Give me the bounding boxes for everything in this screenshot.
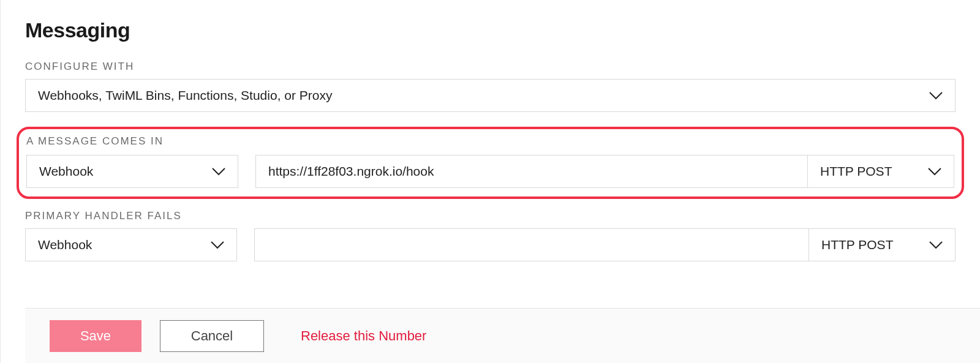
configure-with-value: Webhooks, TwiML Bins, Functions, Studio,… (38, 88, 333, 103)
primary-handler-fails-label: PRIMARY HANDLER FAILS (25, 210, 956, 222)
chevron-down-icon (929, 91, 943, 100)
message-url-input[interactable] (255, 155, 807, 188)
message-http-method-select[interactable]: HTTP POST (807, 155, 954, 188)
release-number-link[interactable]: Release this Number (301, 328, 426, 344)
fallback-handler-type-select[interactable]: Webhook (25, 228, 237, 261)
chevron-down-icon (929, 241, 943, 249)
fallback-handler-type-value: Webhook (38, 238, 92, 252)
message-comes-in-row: Webhook HTTP POST (26, 155, 954, 188)
fallback-url-combo: HTTP POST (254, 228, 956, 261)
message-http-method-value: HTTP POST (820, 164, 892, 179)
chevron-down-icon (212, 167, 225, 176)
messaging-config-page: Messaging CONFIGURE WITH Webhooks, TwiML… (0, 0, 980, 363)
message-comes-in-highlight: A MESSAGE COMES IN Webhook HTTP POST (17, 127, 964, 199)
message-handler-type-value: Webhook (39, 164, 93, 179)
cancel-button[interactable]: Cancel (160, 320, 264, 352)
fallback-http-method-select[interactable]: HTTP POST (809, 228, 956, 261)
chevron-down-icon (211, 241, 224, 249)
chevron-down-icon (928, 167, 941, 176)
footer-bar: Save Cancel Release this Number (25, 308, 980, 363)
message-url-combo: HTTP POST (255, 155, 954, 188)
message-handler-type-select[interactable]: Webhook (26, 155, 238, 188)
fallback-http-method-value: HTTP POST (821, 238, 893, 252)
configure-with-label: CONFIGURE WITH (25, 61, 956, 73)
message-comes-in-label: A MESSAGE COMES IN (26, 135, 954, 148)
primary-handler-fails-row: Webhook HTTP POST (25, 228, 956, 261)
configure-with-select[interactable]: Webhooks, TwiML Bins, Functions, Studio,… (25, 79, 956, 112)
section-title: Messaging (25, 18, 956, 42)
save-button[interactable]: Save (50, 320, 141, 352)
configure-with-block: CONFIGURE WITH Webhooks, TwiML Bins, Fun… (25, 61, 956, 112)
fallback-url-input[interactable] (254, 228, 809, 261)
primary-handler-fails-block: PRIMARY HANDLER FAILS Webhook HTTP POST (25, 210, 956, 261)
